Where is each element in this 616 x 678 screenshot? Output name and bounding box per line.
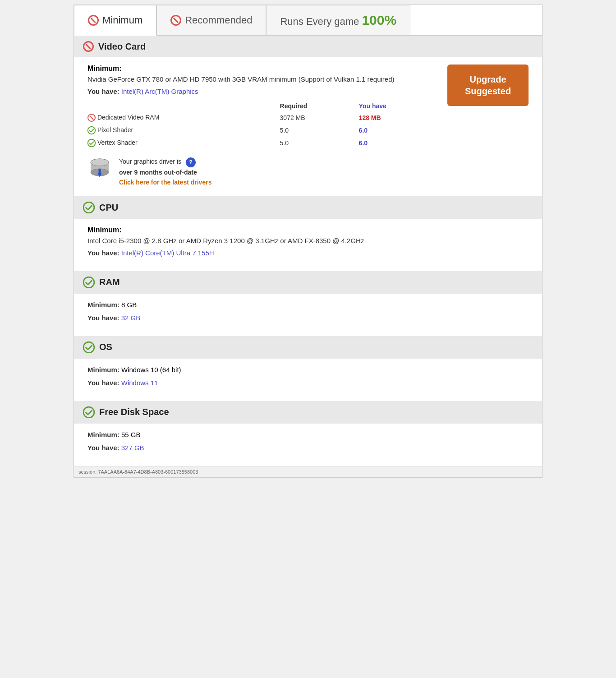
videocard-spec-table: Required You have Dedicated Video RAM 30… — [87, 101, 438, 150]
section-ram-body: Minimum: 8 GB You have: 32 GB — [74, 294, 542, 336]
yes-icon-pixel — [87, 126, 96, 134]
ram-youhave-line: You have: 32 GB — [87, 314, 529, 322]
svg-point-1 — [88, 139, 96, 147]
ram-minimum-text: 8 GB — [121, 301, 137, 309]
section-os: OS Minimum: Windows 10 (64 bit) You have… — [74, 336, 542, 401]
row3-youhave: 6.0 — [359, 137, 438, 149]
tab-runs[interactable]: Runs Every game 100% — [266, 5, 410, 35]
disk-minimum-label: Minimum: — [87, 431, 120, 438]
driver-link[interactable]: Click here for the latest drivers — [119, 179, 211, 186]
tab-recommended[interactable]: Recommended — [156, 5, 266, 35]
svg-point-0 — [88, 127, 96, 134]
table-row: Pixel Shader 5.0 6.0 — [87, 124, 438, 137]
section-diskspace: Free Disk Space Minimum: 55 GB You have:… — [74, 401, 542, 466]
section-videocard: Video Card Minimum: Nvidia GeForce GTX 7… — [74, 36, 542, 196]
disk-youhave-label: You have: — [87, 444, 120, 452]
videocard-youhave-value: Intel(R) Arc(TM) Graphics — [121, 88, 198, 95]
col-youhave: You have — [359, 101, 438, 111]
no-icon-minimum — [88, 15, 99, 26]
driver-warning-text: Your graphics driver is — [119, 158, 181, 165]
driver-warning: Your graphics driver is ? over 9 months … — [87, 157, 438, 187]
videocard-content: Minimum: Nvidia GeForce GTX 780 or AMD H… — [87, 65, 529, 187]
videocard-minimum-label: Minimum: — [87, 65, 438, 73]
svg-rect-7 — [99, 169, 101, 174]
tab-recommended-label: Recommended — [185, 14, 252, 26]
videocard-youhave-line: You have: Intel(R) Arc(TM) Graphics — [87, 88, 438, 95]
yes-icon-cpu — [83, 202, 95, 213]
os-youhave-label: You have: — [87, 379, 120, 387]
os-minimum-line: Minimum: Windows 10 (64 bit) — [87, 366, 529, 374]
upgrade-suggested-button[interactable]: UpgradeSuggested — [447, 65, 529, 106]
row2-required: 5.0 — [280, 124, 359, 137]
row2-youhave: 6.0 — [359, 124, 438, 137]
section-ram-header: RAM — [74, 271, 542, 294]
section-ram: RAM Minimum: 8 GB You have: 32 GB — [74, 271, 542, 336]
section-os-title: OS — [99, 342, 112, 352]
disk-minimum-text: 55 GB — [121, 431, 141, 438]
section-os-body: Minimum: Windows 10 (64 bit) You have: W… — [74, 359, 542, 401]
section-cpu-header: CPU — [74, 196, 542, 219]
cpu-youhave-label: You have: — [87, 249, 120, 257]
driver-age: over 9 months out-of-date — [119, 167, 211, 177]
disk-youhave-value: 327 GB — [121, 444, 144, 452]
row1-required: 3072 MB — [280, 111, 359, 124]
cpu-youhave-line: You have: Intel(R) Core(TM) Ultra 7 155H — [87, 249, 529, 257]
question-icon[interactable]: ? — [186, 157, 196, 167]
tabs-bar: Minimum Recommended Runs Every game 100% — [74, 5, 542, 36]
svg-point-10 — [83, 342, 94, 353]
section-videocard-title: Video Card — [98, 42, 146, 52]
disk-icon — [87, 157, 112, 181]
no-icon-vram — [87, 114, 96, 122]
table-row: Vertex Shader 5.0 6.0 — [87, 137, 438, 149]
no-icon-recommended — [170, 15, 181, 26]
svg-point-5 — [91, 159, 109, 166]
section-cpu-title: CPU — [99, 203, 118, 213]
section-cpu: CPU Minimum: Intel Core i5-2300 @ 2.8 GH… — [74, 196, 542, 271]
cpu-youhave-value: Intel(R) Core(TM) Ultra 7 155H — [121, 249, 214, 257]
section-videocard-header: Video Card — [74, 36, 542, 57]
tab-minimum[interactable]: Minimum — [74, 5, 156, 36]
os-minimum-label: Minimum: — [87, 366, 120, 374]
tab-minimum-label: Minimum — [102, 14, 143, 26]
cpu-minimum-label: Minimum: — [87, 226, 529, 234]
yes-icon-ram — [83, 277, 95, 288]
main-container: Minimum Recommended Runs Every game 100%… — [74, 5, 542, 478]
cpu-minimum-text: Intel Core i5-2300 @ 2.8 GHz or AMD Ryze… — [87, 236, 529, 246]
videocard-left: Minimum: Nvidia GeForce GTX 780 or AMD H… — [87, 65, 438, 187]
no-icon-videocard — [83, 41, 94, 52]
section-diskspace-body: Minimum: 55 GB You have: 327 GB — [74, 424, 542, 466]
disk-youhave-line: You have: 327 GB — [87, 444, 529, 452]
os-minimum-text: Windows 10 (64 bit) — [121, 366, 181, 374]
videocard-minimum-text: Nvidia GeForce GTX 780 or AMD HD 7950 wi… — [87, 74, 438, 85]
section-os-header: OS — [74, 336, 542, 359]
col-required: Required — [280, 101, 359, 111]
table-row: Dedicated Video RAM 3072 MB 128 MB — [87, 111, 438, 124]
videocard-youhave-label: You have: — [87, 88, 120, 95]
os-youhave-line: You have: Windows 11 — [87, 379, 529, 387]
yes-icon-vertex — [87, 139, 96, 147]
upgrade-btn-wrap: UpgradeSuggested — [447, 65, 529, 106]
row1-youhave: 128 MB — [359, 111, 438, 124]
section-ram-title: RAM — [99, 277, 120, 287]
tab-runs-pct: 100% — [362, 13, 396, 28]
section-cpu-body: Minimum: Intel Core i5-2300 @ 2.8 GHz or… — [74, 219, 542, 271]
svg-point-11 — [83, 407, 94, 418]
row2-label: Pixel Shader — [87, 124, 280, 137]
svg-point-9 — [83, 277, 94, 288]
driver-icon-wrap — [87, 157, 112, 181]
row3-label: Vertex Shader — [87, 137, 280, 149]
yes-icon-diskspace — [83, 406, 95, 418]
ram-minimum-label: Minimum: — [87, 301, 120, 309]
disk-minimum-line: Minimum: 55 GB — [87, 431, 529, 438]
ram-youhave-value: 32 GB — [121, 314, 141, 322]
yes-icon-os — [83, 341, 95, 353]
section-diskspace-header: Free Disk Space — [74, 401, 542, 424]
os-youhave-value: Windows 11 — [121, 379, 158, 387]
tab-runs-label: Runs Every game 100% — [280, 13, 396, 28]
col-label — [87, 101, 280, 111]
ram-youhave-label: You have: — [87, 314, 120, 322]
row3-required: 5.0 — [280, 137, 359, 149]
row1-label: Dedicated Video RAM — [87, 111, 280, 124]
session-text: session: 7AA1AA6A-84A7-4D8B-A803-6001735… — [74, 466, 542, 477]
section-videocard-body: Minimum: Nvidia GeForce GTX 780 or AMD H… — [74, 57, 542, 196]
